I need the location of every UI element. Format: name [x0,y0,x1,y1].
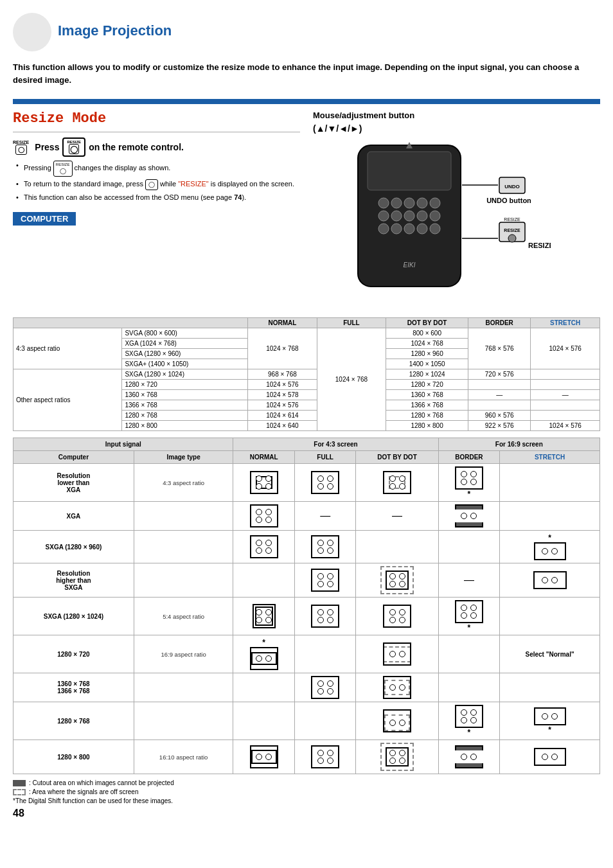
dot-xga: 1024 × 768 [386,339,468,349]
vis-normal-1280x800 [233,740,295,774]
dot-svga: 800 × 600 [386,328,468,339]
input-xga: XGA (1024 × 768) [122,339,248,349]
th-stretch: STRETCH [531,318,600,328]
normal-1280x800: 1024 × 640 [248,421,317,431]
vis-dot-sxga960 [356,531,438,563]
vis-row-1280x800: 1280 × 800 16:10 aspect ratio [13,740,600,774]
computer-sxga960: SXGA (1280 × 960) [13,531,134,563]
input-1360x768: 1360 × 768 [122,390,248,400]
vis-border-xga [438,502,500,531]
th-border-v: BORDER [438,451,500,464]
vis-full-xga: — [294,502,356,531]
for43-header: For 4:3 screen [233,438,438,451]
legend-dashed-icon [13,789,26,795]
imagetype-sxga960 [134,531,233,563]
normal-sxga1024: 968 × 768 [248,369,317,380]
svg-point-9 [404,211,414,221]
border-1280x720 [468,380,530,390]
imagetype-1280x768 [134,702,233,740]
vis-full-sxga1024 [294,598,356,635]
svg-point-13 [391,224,402,234]
vis-full-1360 [294,673,356,702]
vis-normal-1280x768 [233,702,295,740]
header-circle-decoration [13,13,51,51]
imagetype-169: 16:9 aspect ratio [134,635,233,673]
computer-1280x768: 1280 × 768 [13,702,134,740]
resize-button-icon: RESIZE ◯ [62,137,85,157]
vis-normal-xga [233,502,295,531]
divider [13,132,300,132]
svg-text:RESIZE button: RESIZE button [528,242,551,249]
vis-border-1280x768: * [438,702,500,740]
input-sxga1024: SXGA (1280 × 1024) [122,369,248,380]
press-suffix: on the remote control. [89,142,184,152]
imagetype-1610: 16:10 aspect ratio [134,740,233,774]
imagetype-higher-sxga [134,563,233,598]
svg-point-15 [417,224,427,234]
group-other: Other aspect ratios [13,369,122,431]
vis-stretch-higher-sxga [500,563,600,598]
vis-row-sxga960: SXGA (1280 × 960) [13,531,600,563]
imagetype-1360 [134,673,233,702]
vis-border-1280x800 [438,740,500,774]
vis-stretch-sxga1024 [500,598,600,635]
vis-normal-sxga960 [233,531,295,563]
vis-row-lower-xga: Resolutionlower thanXGA 4:3 aspect ratio [13,464,600,502]
bullet-list: Pressing RESIZE ◯ changes the display as… [13,161,300,202]
svg-point-6 [430,198,440,208]
svg-point-7 [378,211,389,221]
th-full-v: FULL [294,451,356,464]
vis-border-sxga1024: * [438,598,500,635]
imagetype-43: 4:3 aspect ratio [134,464,233,502]
dot-1280x800: 1280 × 800 [386,421,468,431]
bullet-3: This function can also be accessed from … [16,193,300,202]
intro-text: This function allows you to modify or cu… [13,61,600,86]
page-title: Image Projection [58,13,172,39]
input-1366x768: 1366 × 768 [122,400,248,411]
dot-1280x768: 1280 × 768 [386,411,468,421]
dot-1280x720: 1280 × 720 [386,380,468,390]
svg-point-10 [417,211,427,221]
border-43: 768 × 576 [468,328,530,369]
border-1360x768: — [468,390,530,400]
stretch-sxga1024 [531,369,600,380]
th-dotbydot: DOT BY DOT [386,318,468,328]
vis-dot-1360 [356,673,438,702]
border-sxga1024: 720 × 576 [468,369,530,380]
table-row: 4:3 aspect ratio SVGA (800 × 600) 1024 ×… [13,328,600,339]
vis-dot-sxga1024 [356,598,438,635]
full-all: 1024 × 768 [317,328,386,431]
svg-point-23 [508,235,516,242]
th-dot-v: DOT BY DOT [356,451,438,464]
vis-row-1360x768: 1360 × 7681366 × 768 [13,673,600,702]
th-empty [13,318,248,328]
legend-solid-icon [13,780,26,786]
normal-1280x720: 1024 × 576 [248,380,317,390]
vis-normal-1360 [233,673,295,702]
svg-point-12 [378,224,389,234]
svg-text:UNDO: UNDO [504,184,520,190]
border-1280x768: 960 × 576 [468,411,530,421]
border-1366x768 [468,400,530,411]
svg-point-11 [430,211,440,221]
svg-point-14 [404,224,414,234]
svg-point-16 [430,224,440,234]
computer-1280x720: 1280 × 720 [13,635,134,673]
stretch-1360x768: — [531,390,600,400]
vis-stretch-sxga960: * [500,531,600,563]
vis-border-lower-xga: * [438,464,500,502]
vis-dot-lower-xga [356,464,438,502]
dot-1366x768: 1366 × 768 [386,400,468,411]
blue-bar-decoration [13,99,600,104]
svg-text:UNDO button: UNDO button [486,197,531,204]
computer-higher-sxga: Resolutionhigher thanSXGA [13,563,134,598]
mouse-label: Mouse/adjustment button [313,111,414,120]
computer-1280x800: 1280 × 800 [13,740,134,774]
normal-1280x768: 1024 × 614 [248,411,317,421]
svg-point-2 [378,198,389,208]
vis-normal-lower-xga [233,464,295,502]
border-1280x800: 922 × 576 [468,421,530,431]
computer-1360x768: 1360 × 7681366 × 768 [13,673,134,702]
computer-xga: XGA [13,502,134,531]
stretch-1280x800: 1024 × 576 [531,421,600,431]
